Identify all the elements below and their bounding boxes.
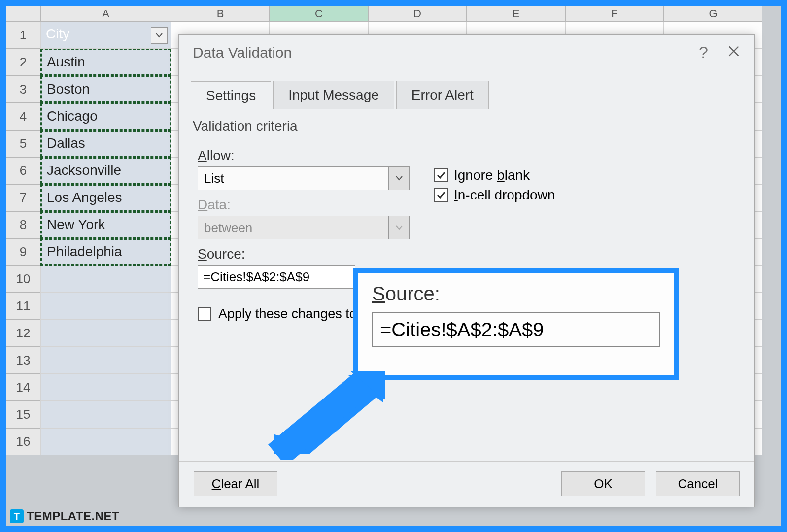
row-header-11[interactable]: 11	[6, 293, 40, 320]
cell-A12[interactable]	[40, 320, 171, 347]
allow-value: List	[198, 171, 388, 186]
cell-A6[interactable]: Jacksonville	[40, 157, 171, 184]
col-header-D[interactable]: D	[368, 6, 467, 22]
col-header-G[interactable]: G	[664, 6, 762, 22]
row-header-10[interactable]: 10	[6, 266, 40, 293]
callout-source-value: =Cities!$A$2:$A$9	[372, 312, 660, 347]
chevron-down-icon	[388, 216, 409, 239]
cell-A11[interactable]	[40, 293, 171, 320]
svg-line-4	[277, 381, 366, 455]
data-dropdown: between	[198, 216, 410, 239]
row-header-1[interactable]: 1	[6, 22, 40, 49]
cell-A4[interactable]: Chicago	[40, 103, 171, 130]
row-header-6[interactable]: 6	[6, 157, 40, 184]
data-label: Data:	[198, 197, 410, 213]
cell-A13[interactable]	[40, 347, 171, 374]
row-header-13[interactable]: 13	[6, 347, 40, 374]
tab-settings[interactable]: Settings	[191, 81, 271, 109]
cancel-button[interactable]: Cancel	[656, 471, 740, 496]
row-header-14[interactable]: 14	[6, 374, 40, 401]
col-header-F[interactable]: F	[565, 6, 664, 22]
cell-A15[interactable]	[40, 401, 171, 428]
check-icon	[436, 170, 446, 180]
col-header-E[interactable]: E	[467, 6, 565, 22]
cell-A10[interactable]	[40, 266, 171, 293]
check-icon	[436, 190, 446, 200]
row-header-9[interactable]: 9	[6, 238, 40, 266]
watermark: T TEMPLATE.NET	[10, 509, 119, 523]
row-header-12[interactable]: 12	[6, 320, 40, 347]
filter-dropdown-button[interactable]	[151, 27, 168, 44]
arrow-annotation-icon	[267, 371, 385, 460]
close-button[interactable]	[727, 43, 741, 62]
row-header-16[interactable]: 16	[6, 428, 40, 455]
source-callout: Source: =Cities!$A$2:$A$9	[353, 268, 679, 380]
col-header-B[interactable]: B	[171, 6, 270, 22]
source-label: Source:	[198, 246, 410, 262]
data-value: between	[198, 220, 388, 235]
dialog-title: Data Validation	[193, 44, 292, 61]
col-header-A[interactable]: A	[40, 6, 171, 22]
cell-A2[interactable]: Austin	[40, 49, 171, 76]
ignore-blank-label: Ignore blank	[454, 167, 530, 183]
tab-error-alert[interactable]: Error Alert	[396, 81, 489, 109]
row-header-2[interactable]: 2	[6, 49, 40, 76]
row-header-7[interactable]: 7	[6, 184, 40, 211]
select-all-corner[interactable]	[6, 6, 40, 22]
cell-A9[interactable]: Philadelphia	[40, 238, 171, 266]
close-icon	[727, 44, 741, 58]
row-header-4[interactable]: 4	[6, 103, 40, 130]
incell-dropdown-label: In-cell dropdown	[454, 187, 555, 203]
col-header-C[interactable]: C	[270, 6, 368, 22]
cell-A16[interactable]	[40, 428, 171, 455]
ignore-blank-checkbox[interactable]	[434, 168, 448, 182]
watermark-text: TEMPLATE.NET	[27, 509, 119, 523]
incell-dropdown-checkbox[interactable]	[434, 188, 448, 202]
row-header-15[interactable]: 15	[6, 401, 40, 428]
cell-A1[interactable]: City	[40, 22, 171, 49]
chevron-down-icon[interactable]	[388, 167, 409, 190]
cell-A8[interactable]: New York	[40, 211, 171, 238]
tab-input-message[interactable]: Input Message	[273, 81, 394, 109]
help-button[interactable]: ?	[699, 43, 708, 62]
cell-A5[interactable]: Dallas	[40, 130, 171, 157]
template-logo-icon: T	[10, 509, 24, 523]
validation-criteria-label: Validation criteria	[193, 118, 754, 134]
row-header-3[interactable]: 3	[6, 76, 40, 103]
cell-A7[interactable]: Los Angeles	[40, 184, 171, 211]
allow-dropdown[interactable]: List	[198, 166, 410, 190]
callout-source-label: Source:	[372, 283, 660, 305]
row-header-5[interactable]: 5	[6, 130, 40, 157]
cell-A3[interactable]: Boston	[40, 76, 171, 103]
clear-all-button[interactable]: Clear All	[194, 471, 277, 496]
cell-A14[interactable]	[40, 374, 171, 401]
allow-label: Allow:	[198, 148, 410, 164]
apply-all-checkbox[interactable]	[198, 307, 211, 321]
source-input[interactable]: =Cities!$A$2:$A$9	[198, 265, 355, 289]
ok-button[interactable]: OK	[561, 471, 645, 496]
row-header-8[interactable]: 8	[6, 211, 40, 238]
